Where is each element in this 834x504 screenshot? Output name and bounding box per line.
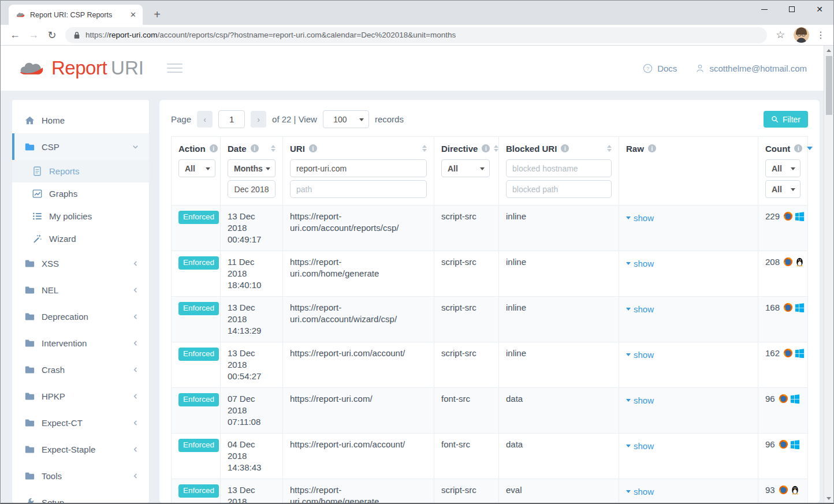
tab-close-icon[interactable]: ✕ bbox=[127, 10, 139, 20]
svg-text:?: ? bbox=[646, 65, 649, 71]
info-icon[interactable]: i bbox=[561, 144, 569, 152]
count-value: 96 bbox=[765, 394, 775, 404]
count-value: 96 bbox=[765, 439, 775, 449]
page-scrollbar[interactable] bbox=[824, 46, 833, 503]
uri-hostname-input[interactable] bbox=[290, 159, 427, 177]
column-header-date[interactable]: Datei Months bbox=[221, 137, 283, 206]
folder-icon bbox=[25, 365, 35, 375]
sidebar-item-tools[interactable]: Tools bbox=[12, 462, 149, 489]
filter-button[interactable]: Filter bbox=[764, 111, 808, 128]
show-raw-link[interactable]: show bbox=[626, 212, 654, 224]
scroll-up-icon[interactable] bbox=[824, 46, 833, 55]
raw-cell: show bbox=[619, 206, 758, 251]
action-filter-select[interactable]: All bbox=[178, 159, 215, 177]
next-page-button[interactable]: › bbox=[251, 111, 266, 128]
sidebar-item-expect-staple[interactable]: Expect-Staple bbox=[12, 436, 149, 462]
docs-link[interactable]: ? Docs bbox=[643, 64, 677, 73]
sidebar-item-hpkp[interactable]: HPKP bbox=[12, 383, 149, 409]
info-icon[interactable]: i bbox=[482, 144, 490, 152]
show-raw-link[interactable]: show bbox=[626, 486, 654, 498]
sidebar-item-intervention[interactable]: Intervention bbox=[12, 330, 149, 356]
prev-page-button[interactable]: ‹ bbox=[197, 111, 213, 128]
show-raw-link[interactable]: show bbox=[626, 258, 654, 270]
report-uri-logo[interactable]: Report URI bbox=[17, 57, 144, 79]
scrollbar-thumb[interactable] bbox=[826, 56, 832, 115]
sidebar-item-reports[interactable]: Reports bbox=[12, 160, 149, 182]
browser-tab[interactable]: Report URI: CSP Reports ✕ bbox=[9, 5, 143, 25]
window-minimize-button[interactable] bbox=[750, 1, 778, 18]
info-icon[interactable]: i bbox=[210, 144, 218, 152]
raw-cell: show bbox=[619, 342, 758, 388]
action-badge: Enforced bbox=[178, 302, 219, 315]
directive-filter-select[interactable]: All bbox=[441, 159, 490, 177]
page-number-input[interactable] bbox=[218, 110, 245, 128]
date-cell: 04 Dec 201814:38:43 bbox=[221, 434, 283, 479]
page-body: HomeCSPReportsGraphsMy policiesWizardXSS… bbox=[1, 91, 833, 503]
column-header-count[interactable]: Counti All All bbox=[758, 137, 808, 206]
info-icon[interactable]: i bbox=[309, 144, 317, 152]
window-close-button[interactable]: ✕ bbox=[806, 1, 833, 18]
column-header-blocked-uri[interactable]: Blocked URIi bbox=[499, 137, 619, 206]
show-raw-link[interactable]: show bbox=[626, 395, 654, 406]
sidebar-item-expect-ct[interactable]: Expect-CT bbox=[12, 409, 149, 436]
brand-uri: URI bbox=[111, 57, 144, 79]
count-value: 168 bbox=[765, 303, 780, 312]
info-icon[interactable]: i bbox=[648, 144, 656, 152]
sidebar-item-crash[interactable]: Crash bbox=[12, 356, 149, 383]
date-filter-input[interactable] bbox=[228, 180, 275, 198]
count-filter-select-1[interactable]: All bbox=[765, 159, 801, 177]
sort-descending-icon bbox=[807, 147, 813, 150]
page-viewport: Report URI ? Docs scotthelme@hotmail.com… bbox=[1, 46, 833, 503]
chevron-down-icon bbox=[132, 144, 139, 150]
column-header-directive[interactable]: Directivei All bbox=[434, 137, 499, 206]
info-icon[interactable]: i bbox=[251, 144, 259, 152]
forward-button[interactable]: → bbox=[25, 27, 42, 43]
caret-down-icon bbox=[626, 399, 631, 402]
sidebar-item-deprecation[interactable]: Deprecation bbox=[12, 303, 149, 330]
browser-menu-icon[interactable]: ⋮ bbox=[814, 29, 828, 40]
window-maximize-button[interactable] bbox=[778, 1, 806, 18]
profile-avatar[interactable] bbox=[794, 27, 809, 43]
linux-icon bbox=[795, 257, 805, 267]
sidebar-item-nel[interactable]: NEL bbox=[12, 277, 149, 303]
bookmark-star-icon[interactable]: ☆ bbox=[772, 27, 789, 43]
count-filter-select-2[interactable]: All bbox=[765, 180, 801, 198]
blocked-path-input[interactable] bbox=[506, 180, 612, 198]
show-raw-link[interactable]: show bbox=[626, 440, 654, 452]
sidebar-item-my-policies[interactable]: My policies bbox=[12, 205, 149, 227]
uri-cell: https://report-uri.com/home/generate bbox=[283, 251, 434, 297]
count-value: 229 bbox=[765, 211, 780, 221]
new-tab-button[interactable]: + bbox=[150, 7, 165, 22]
action-badge: Enforced bbox=[178, 393, 219, 406]
tab-title: Report URI: CSP Reports bbox=[30, 11, 122, 19]
directive-cell: script-src bbox=[434, 297, 499, 342]
folder-icon bbox=[25, 312, 35, 322]
date-unit-select[interactable]: Months bbox=[228, 159, 275, 177]
sidebar-item-csp[interactable]: CSP bbox=[12, 133, 149, 160]
sidebar-toggle-icon[interactable] bbox=[167, 64, 183, 73]
show-raw-link[interactable]: show bbox=[626, 304, 654, 315]
firefox-icon bbox=[783, 211, 793, 221]
sidebar-item-wizard[interactable]: Wizard bbox=[12, 227, 149, 250]
column-header-uri[interactable]: URIi bbox=[283, 137, 434, 206]
info-icon[interactable]: i bbox=[794, 144, 802, 152]
blocked-uri-cell: eval bbox=[499, 479, 619, 503]
address-bar[interactable]: https://report-uri.com/account/reports/c… bbox=[65, 27, 767, 43]
sidebar-item-home[interactable]: Home bbox=[12, 107, 149, 133]
date-cell: 13 Dec 201814:13:29 bbox=[221, 297, 283, 342]
table-row: Enforced11 Dec 201818:40:10https://repor… bbox=[172, 251, 808, 297]
sidebar-item-setup[interactable]: Setup bbox=[12, 489, 149, 503]
show-raw-link[interactable]: show bbox=[626, 349, 654, 361]
account-link[interactable]: scotthelme@hotmail.com bbox=[695, 64, 807, 73]
count-cell: 229 bbox=[758, 206, 808, 251]
records-per-page-select[interactable]: 100 bbox=[323, 110, 369, 128]
sidebar-item-xss[interactable]: XSS bbox=[12, 250, 149, 277]
url-text: https://report-uri.com/account/reports/c… bbox=[85, 31, 456, 39]
count-cell: 93 bbox=[758, 479, 808, 503]
scroll-down-icon[interactable] bbox=[824, 494, 833, 503]
blocked-hostname-input[interactable] bbox=[506, 159, 612, 177]
uri-path-input[interactable] bbox=[290, 180, 427, 198]
refresh-button[interactable]: ↻ bbox=[43, 27, 61, 43]
back-button[interactable]: ← bbox=[6, 27, 24, 43]
sidebar-item-graphs[interactable]: Graphs bbox=[12, 182, 149, 205]
